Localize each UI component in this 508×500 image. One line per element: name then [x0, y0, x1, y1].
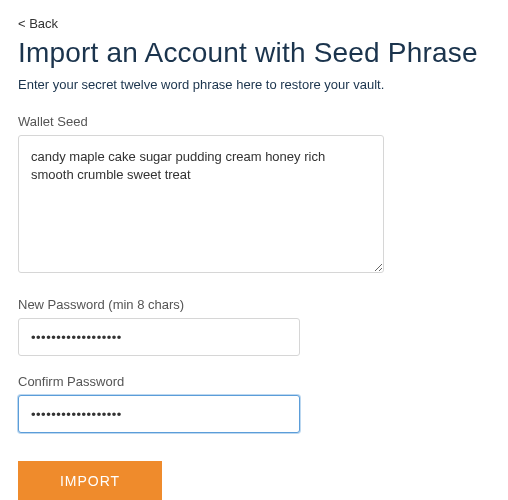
- page-title: Import an Account with Seed Phrase: [18, 37, 490, 69]
- new-password-label: New Password (min 8 chars): [18, 297, 490, 312]
- wallet-seed-label: Wallet Seed: [18, 114, 490, 129]
- confirm-password-input[interactable]: [18, 395, 300, 433]
- import-button[interactable]: IMPORT: [18, 461, 162, 500]
- confirm-password-label: Confirm Password: [18, 374, 490, 389]
- back-link[interactable]: < Back: [18, 16, 58, 31]
- new-password-input[interactable]: [18, 318, 300, 356]
- page-subtitle: Enter your secret twelve word phrase her…: [18, 77, 490, 92]
- wallet-seed-textarea[interactable]: [18, 135, 384, 273]
